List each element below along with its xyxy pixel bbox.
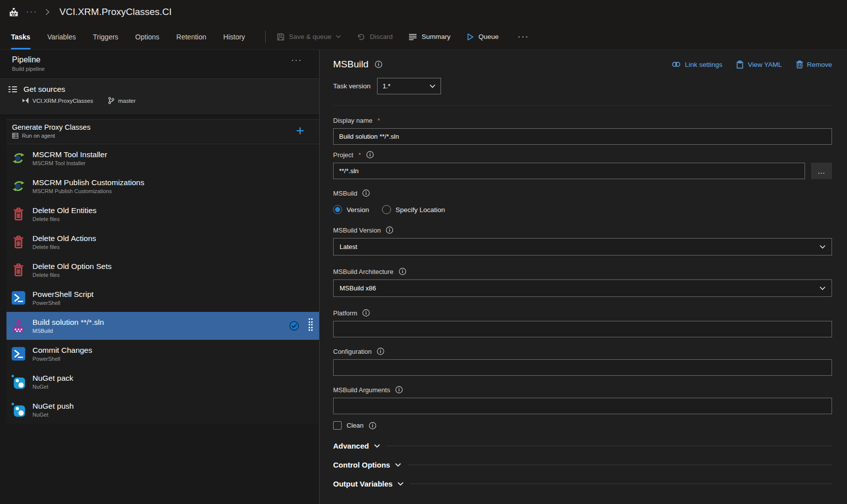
task-row[interactable]: PowerShell Script PowerShell bbox=[6, 284, 319, 312]
info-icon[interactable] bbox=[362, 309, 370, 317]
page-title: VCI.XRM.ProxyClasses.CI bbox=[59, 6, 172, 17]
section-output-variables[interactable]: Output Variables bbox=[333, 480, 832, 488]
view-yaml-button[interactable]: View YAML bbox=[736, 60, 782, 69]
task-version-select[interactable]: 1.* bbox=[377, 78, 441, 94]
configuration-input[interactable] bbox=[333, 359, 832, 376]
info-icon[interactable] bbox=[369, 422, 377, 430]
task-subtitle: Delete files bbox=[32, 244, 96, 250]
task-row[interactable]: NuGet push NuGet bbox=[6, 396, 319, 424]
tab-retention[interactable]: Retention bbox=[176, 24, 206, 49]
task-title: NuGet pack bbox=[32, 374, 73, 383]
queue-button[interactable]: Queue bbox=[466, 33, 499, 41]
task-row[interactable]: MSCRM Publish Customizations MSCRM Publi… bbox=[6, 172, 319, 200]
radio-version[interactable]: Version bbox=[333, 205, 369, 214]
configuration-label: Configuration bbox=[333, 347, 832, 355]
task-row[interactable]: Build solution **/*.sln MSBuild bbox=[6, 312, 319, 340]
task-icon bbox=[11, 290, 26, 305]
msbuild-arguments-label: MSBuild Arguments bbox=[333, 386, 832, 394]
task-row[interactable]: Delete Old Option Sets Delete files bbox=[6, 256, 319, 284]
platform-input[interactable] bbox=[333, 321, 832, 337]
agent-job-header[interactable]: Generate Proxy Classes Run on agent + bbox=[6, 119, 319, 144]
task-icon bbox=[11, 207, 26, 222]
project-input[interactable] bbox=[333, 163, 805, 179]
msbuild-architecture-select[interactable]: MSBuild x86 bbox=[333, 279, 832, 297]
info-icon[interactable] bbox=[399, 267, 407, 275]
clipboard-icon bbox=[736, 60, 744, 69]
section-title: Control Options bbox=[333, 461, 390, 469]
section-advanced[interactable]: Advanced bbox=[333, 442, 832, 450]
chevron-down-icon bbox=[374, 444, 380, 448]
save-queue-button[interactable]: Save & queue bbox=[277, 33, 342, 41]
chevron-down-icon bbox=[429, 84, 435, 88]
toolbar-divider bbox=[265, 30, 266, 43]
agent-job-title: Generate Proxy Classes bbox=[12, 123, 319, 131]
radio-dot bbox=[382, 205, 391, 214]
spacer bbox=[0, 115, 319, 119]
task-row[interactable]: Commit Changes PowerShell bbox=[6, 340, 319, 368]
task-title: Commit Changes bbox=[32, 346, 92, 355]
task-enabled-check-icon[interactable] bbox=[289, 321, 299, 331]
info-icon[interactable] bbox=[395, 386, 403, 394]
tab-tasks[interactable]: Tasks bbox=[11, 24, 30, 49]
platform-label: Platform bbox=[333, 309, 832, 317]
project-browse-button[interactable]: ... bbox=[811, 163, 832, 179]
chevron-down-icon bbox=[820, 245, 826, 249]
task-row[interactable]: Delete Old Actions Delete files bbox=[6, 228, 319, 256]
required-asterisk: * bbox=[378, 117, 380, 124]
task-icon bbox=[11, 374, 26, 389]
display-name-label: Display name* bbox=[333, 117, 832, 124]
toolbar-actions: Save & queue Discard Summary Queue ··· bbox=[277, 24, 529, 49]
summary-label: Summary bbox=[422, 33, 450, 40]
task-version-row: Task version 1.* bbox=[333, 78, 832, 106]
tab-variables[interactable]: Variables bbox=[47, 24, 76, 49]
toolbar-more-button[interactable]: ··· bbox=[517, 32, 529, 42]
info-icon[interactable] bbox=[366, 151, 374, 159]
task-subtitle: MSCRM Tool Installer bbox=[32, 160, 107, 166]
link-settings-button[interactable]: Link settings bbox=[672, 60, 722, 68]
display-name-input[interactable] bbox=[333, 128, 832, 145]
tab-triggers[interactable]: Triggers bbox=[93, 24, 118, 49]
tab-list: TasksVariablesTriggersOptionsRetentionHi… bbox=[11, 24, 262, 49]
task-subtitle: PowerShell bbox=[32, 356, 92, 362]
task-row[interactable]: Delete Old Entities Delete files bbox=[6, 200, 319, 228]
msbuild-architecture-label: MSBuild Architecture bbox=[333, 267, 832, 275]
trash-icon bbox=[796, 60, 803, 68]
task-subtitle: NuGet bbox=[32, 412, 74, 418]
info-icon[interactable] bbox=[362, 189, 370, 197]
task-title: Delete Old Option Sets bbox=[32, 262, 112, 271]
info-icon[interactable] bbox=[386, 226, 394, 234]
msbuild-arguments-input[interactable] bbox=[333, 398, 832, 414]
chevron-down-icon bbox=[395, 463, 401, 467]
radio-specify-location[interactable]: Specify Location bbox=[382, 205, 445, 214]
clean-row: Clean bbox=[333, 421, 832, 430]
branch-meta: master bbox=[108, 97, 135, 104]
task-title: NuGet push bbox=[32, 402, 74, 411]
radio-dot bbox=[333, 205, 342, 214]
task-icon bbox=[11, 262, 26, 277]
remove-task-button[interactable]: Remove bbox=[796, 60, 832, 68]
clean-checkbox[interactable] bbox=[333, 421, 342, 430]
msbuild-radio-group: Version Specify Location bbox=[333, 205, 832, 214]
tab-options[interactable]: Options bbox=[135, 24, 159, 49]
task-row[interactable]: NuGet pack NuGet bbox=[6, 368, 319, 396]
msbuild-version-label: MSBuild Version bbox=[333, 226, 832, 234]
drag-handle[interactable] bbox=[309, 318, 313, 331]
section-control-options[interactable]: Control Options bbox=[333, 461, 832, 469]
info-icon[interactable] bbox=[377, 347, 385, 355]
get-sources-title: Get sources bbox=[23, 85, 65, 94]
task-row[interactable]: MSCRM Tool Installer MSCRM Tool Installe… bbox=[6, 144, 319, 172]
add-task-button[interactable]: + bbox=[296, 124, 304, 138]
task-detail-panel: MSBuild Link settings View YAML bbox=[320, 50, 847, 504]
task-subtitle: PowerShell bbox=[32, 300, 93, 306]
msbuild-version-select[interactable]: Latest bbox=[333, 238, 832, 255]
summary-button[interactable]: Summary bbox=[409, 33, 450, 41]
discard-button[interactable]: Discard bbox=[357, 33, 393, 41]
save-icon bbox=[277, 33, 285, 41]
tab-history[interactable]: History bbox=[223, 24, 245, 49]
get-sources-row[interactable]: Get sources VCI.XRM.ProxyClasses master bbox=[0, 78, 319, 115]
info-icon[interactable] bbox=[375, 60, 383, 68]
repo-meta: VCI.XRM.ProxyClasses bbox=[22, 97, 93, 104]
task-icon bbox=[11, 402, 26, 417]
pipeline-more-button[interactable]: ··· bbox=[291, 56, 302, 65]
breadcrumb-more-button[interactable]: ··· bbox=[26, 9, 37, 14]
